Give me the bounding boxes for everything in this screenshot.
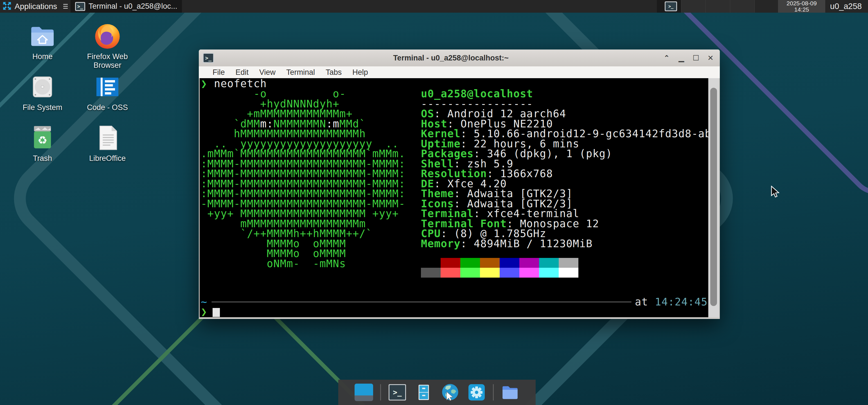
applications-icon [2,1,12,12]
palette-swatch [441,258,460,268]
dock-web-browser-icon[interactable] [440,383,460,402]
desktop-icon-label: Code - OSS [87,103,128,112]
home-folder-icon [28,22,57,50]
clock-date: 2025-08-09 [786,0,816,6]
workspace-pager: >_ [657,0,755,13]
command-line: ❯ neofetch [201,79,267,89]
desktop-root: Applications >_ Terminal - u0_a258@loc..… [0,0,868,405]
palette-swatch [421,268,441,278]
palette-swatch [421,258,441,268]
dock-settings-icon[interactable] [466,383,487,402]
workspace-3[interactable] [706,0,730,13]
dock-separator [493,384,494,401]
dock-show-desktop-icon[interactable] [354,383,374,402]
clock[interactable]: 2025-08-09 14:25 [778,0,825,13]
prompt-timestamp: 14:24:45 [655,297,708,307]
palette-normal-colors [421,258,578,268]
close-button[interactable]: ✕ [705,53,716,63]
menu-help[interactable]: Help [347,68,373,77]
desktop-icon-code-oss[interactable]: Code - OSS [76,73,138,112]
dock-file-manager-icon[interactable] [414,383,434,402]
desktop-icon-firefox-web-browser[interactable]: Firefox Web Browser [76,22,138,70]
prompt-ruler-line [212,301,631,303]
palette-swatch [500,258,519,268]
palette-swatch [480,258,500,268]
workspace-2[interactable] [681,0,706,13]
palette-swatch [480,268,500,278]
menu-tabs[interactable]: Tabs [320,68,347,77]
window-list-grip[interactable] [63,4,68,9]
applications-menu-button[interactable]: Applications [0,0,60,13]
titlebar[interactable]: >_ Terminal - u0_a258@localhost:~ ⌃▁☐✕ [199,50,720,67]
desktop-icon-label: Home [32,52,53,61]
palette-swatch [539,258,559,268]
desktop-icon-trash[interactable]: ♻Trash [11,124,74,163]
menu-terminal[interactable]: Terminal [281,68,320,77]
username-label: u0_a258 [830,0,862,13]
maximize-button[interactable]: ☐ [690,53,701,63]
terminal-screen[interactable]: ❯ neofetch -o o- +hydNNNNdyh+ +mMMMMMMMM… [199,78,708,317]
desktop-icon-label: File System [23,103,62,112]
dock-separator [380,384,381,401]
svg-text:♻: ♻ [38,134,48,147]
roll-up-button[interactable]: ⌃ [661,53,672,63]
palette-swatch [500,268,519,278]
scrollbar-thumb[interactable] [710,88,717,306]
palette-swatch [460,258,480,268]
mouse-cursor [769,186,781,200]
terminal-icon: >_ [665,1,677,11]
filesystem-drive-icon [28,73,57,101]
window-title: Terminal - u0_a258@localhost:~ [255,54,647,62]
terminal-scrollbar[interactable] [708,78,719,317]
palette-swatch [519,258,539,268]
palette-bright-colors [421,268,578,278]
menu-view[interactable]: View [254,68,281,77]
taskbar-window-title: Terminal - u0_a258@loc... [89,2,178,11]
window-controls: ⌃▁☐✕ [661,50,716,66]
desktop-icon-label: LibreOffice [89,154,126,163]
menu-bar: FileEditViewTerminalTabsHelp [199,66,720,78]
top-panel: Applications >_ Terminal - u0_a258@loc..… [0,0,868,13]
menu-edit[interactable]: Edit [230,68,254,77]
palette-swatch [559,258,578,268]
firefox-icon [93,22,122,50]
libreoffice-icon [93,124,122,152]
desktop-icon-home[interactable]: Home [11,22,74,61]
neofetch-ascii-logo: -o o- +hydNNNNdyh+ +mMMMMMMMMMMMMm+ `dMM… [201,89,405,269]
dock-file-folder-icon[interactable] [500,383,520,402]
code-oss-icon [93,73,122,101]
desktop-icon-label: Firefox Web Browser [76,52,138,70]
clock-time: 14:25 [794,6,809,12]
desktop-icon-file-system[interactable]: File System [11,73,74,112]
workspace-4[interactable] [730,0,755,13]
palette-swatch [460,268,480,278]
desktop-icon-label: Trash [33,154,52,163]
menu-file[interactable]: File [207,68,230,77]
terminal-icon: >_ [203,53,214,63]
neofetch-info: u0_a258@localhost ----------------- OS: … [421,89,708,249]
terminal-cursor [213,308,220,317]
minimize-button[interactable]: ▁ [676,53,687,63]
palette-swatch [441,268,460,278]
palette-swatch [559,268,578,278]
dock: >_ [338,380,536,405]
workspace-1[interactable]: >_ [657,0,681,13]
dock-terminal-icon[interactable]: >_ [387,383,407,402]
prompt-symbol: ❯ [201,307,207,317]
trash-icon: ♻ [28,124,57,152]
applications-label: Applications [14,2,57,11]
palette-swatch [539,268,559,278]
prompt-at-label: at [635,297,648,307]
terminal-window: >_ Terminal - u0_a258@localhost:~ ⌃▁☐✕ F… [199,50,720,319]
terminal-icon: >_ [75,2,85,11]
taskbar-button-terminal[interactable]: >_ Terminal - u0_a258@loc... [70,0,182,13]
desktop-icon-libreoffice[interactable]: LibreOffice [76,124,138,163]
palette-swatch [519,268,539,278]
